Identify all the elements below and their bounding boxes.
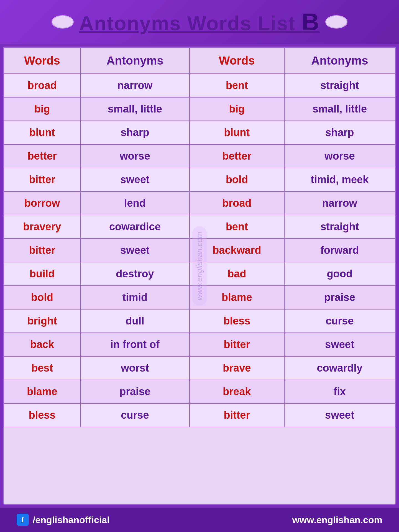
- col3-header: Words: [190, 48, 284, 74]
- word-cell-right: bitter: [190, 333, 284, 356]
- col2-header: Antonyms: [80, 48, 190, 74]
- table-row: builddestroybadgood: [4, 262, 395, 286]
- antonym-cell-right: cowardly: [284, 356, 395, 380]
- antonym-cell-left: lend: [80, 191, 190, 215]
- antonym-cell-right: straight: [284, 74, 395, 97]
- word-cell-left: bold: [4, 286, 80, 309]
- header-letter-b: B: [302, 8, 320, 35]
- antonym-cell-right: praise: [284, 286, 395, 309]
- table-row: betterworsebetterworse: [4, 144, 395, 168]
- table-header-row: Words Antonyms Words Antonyms: [4, 48, 395, 74]
- table-row: bigsmall, littlebigsmall, little: [4, 97, 395, 121]
- word-cell-right: bent: [190, 215, 284, 239]
- antonym-cell-left: sweet: [80, 168, 190, 191]
- word-cell-right: bless: [190, 309, 284, 333]
- word-cell-right: blunt: [190, 121, 284, 144]
- header: Antonyms Words List B: [0, 0, 399, 44]
- word-cell-right: break: [190, 380, 284, 403]
- antonym-cell-right: straight: [284, 215, 395, 239]
- word-cell-right: bad: [190, 262, 284, 286]
- table-row: backin front ofbittersweet: [4, 333, 395, 356]
- table-row: bittersweetboldtimid, meek: [4, 168, 395, 191]
- table-row: blamepraisebreakfix: [4, 380, 395, 403]
- antonym-cell-left: sharp: [80, 121, 190, 144]
- antonym-cell-left: sweet: [80, 239, 190, 262]
- antonym-cell-left: narrow: [80, 74, 190, 97]
- table-container: Words Antonyms Words Antonyms broadnarro…: [3, 47, 396, 505]
- col1-header: Words: [4, 48, 80, 74]
- antonym-cell-left: in front of: [80, 333, 190, 356]
- word-cell-left: borrow: [4, 191, 80, 215]
- word-cell-left: best: [4, 356, 80, 380]
- word-cell-left: bless: [4, 403, 80, 427]
- word-cell-right: bold: [190, 168, 284, 191]
- antonym-cell-left: cowardice: [80, 215, 190, 239]
- word-cell-right: bent: [190, 74, 284, 97]
- table-row: bittersweetbackwardforward: [4, 239, 395, 262]
- antonym-cell-right: curse: [284, 309, 395, 333]
- word-cell-right: big: [190, 97, 284, 121]
- antonym-cell-left: worse: [80, 144, 190, 168]
- antonym-cell-left: praise: [80, 380, 190, 403]
- antonym-cell-right: fix: [284, 380, 395, 403]
- word-cell-left: blunt: [4, 121, 80, 144]
- header-title-text: Antonyms Words List: [79, 12, 302, 34]
- antonym-cell-left: worst: [80, 356, 190, 380]
- word-cell-left: back: [4, 333, 80, 356]
- antonyms-table: Words Antonyms Words Antonyms broadnarro…: [4, 47, 395, 427]
- table-row: bluntsharpbluntsharp: [4, 121, 395, 144]
- antonym-cell-left: timid: [80, 286, 190, 309]
- antonym-cell-left: destroy: [80, 262, 190, 286]
- footer: f /englishanofficial www.englishan.com: [0, 508, 399, 532]
- table-row: braverycowardicebentstraight: [4, 215, 395, 239]
- table-row: brightdullblesscurse: [4, 309, 395, 333]
- antonym-cell-left: curse: [80, 403, 190, 427]
- header-oval-right: [325, 15, 347, 29]
- word-cell-left: bright: [4, 309, 80, 333]
- word-cell-left: bravery: [4, 215, 80, 239]
- antonym-cell-right: sweet: [284, 403, 395, 427]
- antonym-cell-left: small, little: [80, 97, 190, 121]
- antonym-cell-right: sweet: [284, 333, 395, 356]
- antonym-cell-right: sharp: [284, 121, 395, 144]
- antonym-cell-left: dull: [80, 309, 190, 333]
- word-cell-left: blame: [4, 380, 80, 403]
- table-row: boldtimidblamepraise: [4, 286, 395, 309]
- word-cell-left: bitter: [4, 239, 80, 262]
- word-cell-right: bitter: [190, 403, 284, 427]
- word-cell-left: better: [4, 144, 80, 168]
- antonym-cell-right: timid, meek: [284, 168, 395, 191]
- header-title: Antonyms Words List B: [79, 8, 320, 36]
- antonym-cell-right: forward: [284, 239, 395, 262]
- word-cell-left: broad: [4, 74, 80, 97]
- antonym-cell-right: narrow: [284, 191, 395, 215]
- facebook-icon: f: [17, 514, 29, 526]
- table-row: broadnarrowbentstraight: [4, 74, 395, 97]
- table-row: bestworstbravecowardly: [4, 356, 395, 380]
- word-cell-right: better: [190, 144, 284, 168]
- word-cell-right: blame: [190, 286, 284, 309]
- word-cell-left: bitter: [4, 168, 80, 191]
- antonym-cell-right: worse: [284, 144, 395, 168]
- antonym-cell-right: small, little: [284, 97, 395, 121]
- footer-social-text: /englishanofficial: [33, 515, 110, 525]
- footer-social: f /englishanofficial: [17, 514, 110, 526]
- table-row: blesscursebittersweet: [4, 403, 395, 427]
- col4-header: Antonyms: [284, 48, 395, 74]
- word-cell-right: brave: [190, 356, 284, 380]
- word-cell-left: big: [4, 97, 80, 121]
- antonym-cell-right: good: [284, 262, 395, 286]
- table-row: borrowlendbroadnarrow: [4, 191, 395, 215]
- word-cell-left: build: [4, 262, 80, 286]
- word-cell-right: broad: [190, 191, 284, 215]
- footer-website: www.englishan.com: [292, 515, 382, 525]
- header-oval-left: [52, 15, 74, 29]
- word-cell-right: backward: [190, 239, 284, 262]
